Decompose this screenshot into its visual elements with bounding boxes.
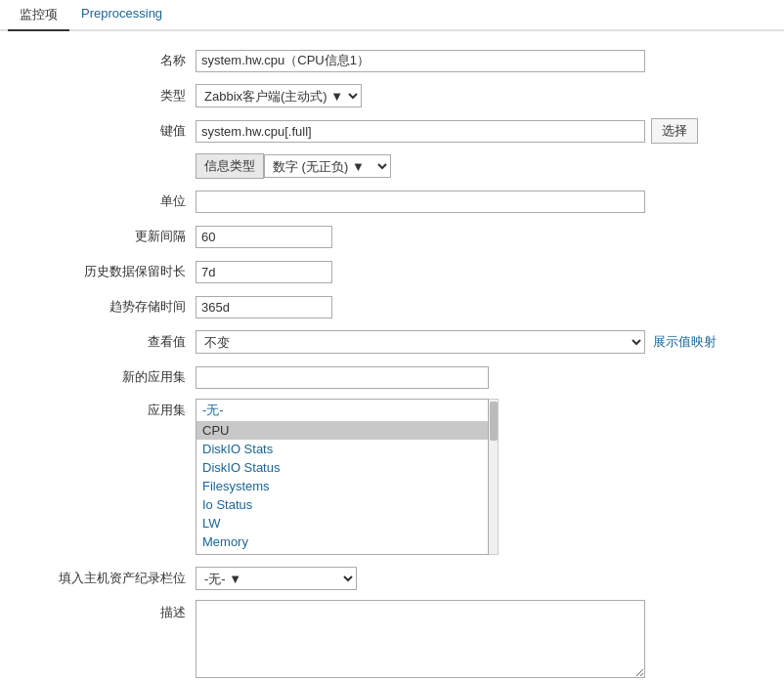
description-textarea[interactable] (196, 600, 645, 678)
name-wrap (196, 50, 764, 72)
label-asset: 填入主机资产纪录栏位 (20, 570, 196, 587)
key-wrap: 选择 (196, 118, 764, 144)
trend-input[interactable] (196, 296, 332, 319)
label-description: 描述 (20, 600, 196, 621)
row-appset: 应用集 -无- CPU DiskIO Stats DiskIO Status F… (20, 399, 764, 555)
label-unit: 单位 (20, 192, 196, 210)
unit-wrap (196, 191, 764, 213)
tab-monitor[interactable]: 监控项 (8, 0, 69, 31)
new-appset-input[interactable] (196, 366, 489, 389)
history-wrap (196, 261, 764, 283)
trend-wrap (196, 296, 764, 319)
row-unit: 单位 (20, 188, 764, 215)
type-select[interactable]: Zabbix客户端(主动式) ▼ (196, 84, 362, 107)
name-input[interactable] (196, 50, 645, 72)
info-type-select[interactable]: 数字 (无正负) ▼ (264, 154, 391, 178)
key-input[interactable] (196, 120, 645, 143)
label-query: 查看值 (20, 333, 196, 351)
row-info-type: 信息类型 数字 (无正负) ▼ (20, 152, 764, 180)
scroll-thumb (490, 402, 498, 441)
label-key: 键值 (20, 122, 196, 140)
row-new-appset: 新的应用集 (20, 363, 764, 391)
key-select-button[interactable]: 选择 (651, 118, 698, 144)
label-history: 历史数据保留时长 (20, 263, 196, 280)
list-item[interactable]: DiskIO Status (196, 458, 488, 477)
appset-scrollbar[interactable] (489, 399, 499, 555)
label-new-appset: 新的应用集 (20, 368, 196, 386)
appset-listbox[interactable]: -无- CPU DiskIO Stats DiskIO Status Files… (196, 399, 489, 555)
tab-preprocessing[interactable]: Preprocessing (69, 0, 174, 29)
row-description: 描述 (20, 600, 764, 678)
list-item[interactable]: DiskIO Stats (196, 440, 488, 458)
label-name: 名称 (20, 52, 196, 69)
query-select[interactable]: 不变 (196, 330, 645, 354)
list-item[interactable]: LW (196, 514, 488, 532)
query-wrap: 不变 展示值映射 (196, 330, 764, 354)
asset-select[interactable]: -无- ▼ (196, 567, 357, 590)
asset-wrap: -无- ▼ (196, 567, 764, 590)
label-trend: 趋势存储时间 (20, 298, 196, 316)
update-interval-input[interactable] (196, 226, 332, 248)
label-appset: 应用集 (20, 399, 196, 419)
update-interval-wrap (196, 226, 764, 248)
appset-wrap: -无- CPU DiskIO Stats DiskIO Status Files… (196, 399, 764, 555)
form-body: 名称 类型 Zabbix客户端(主动式) ▼ 键值 选择 信息类型 数字 (无正… (0, 47, 784, 678)
type-wrap: Zabbix客户端(主动式) ▼ (196, 84, 764, 107)
description-wrap (196, 600, 764, 678)
list-item[interactable]: Memory (196, 532, 488, 551)
row-history: 历史数据保留时长 (20, 258, 764, 285)
new-appset-wrap (196, 366, 764, 389)
list-item[interactable]: Network interfaces (196, 551, 488, 555)
row-trend: 趋势存储时间 (20, 293, 764, 320)
row-update-interval: 更新间隔 (20, 223, 764, 250)
list-item[interactable]: Io Status (196, 495, 488, 514)
label-type: 类型 (20, 87, 196, 105)
list-item[interactable]: CPU (196, 421, 488, 440)
row-query: 查看值 不变 展示值映射 (20, 328, 764, 356)
info-type-wrap: 信息类型 数字 (无正负) ▼ (196, 153, 764, 179)
list-item[interactable]: Filesystems (196, 477, 488, 495)
row-asset: 填入主机资产纪录栏位 -无- ▼ (20, 565, 764, 592)
history-input[interactable] (196, 261, 332, 283)
info-type-box-label: 信息类型 (196, 153, 264, 179)
unit-input[interactable] (196, 191, 645, 213)
tab-bar: 监控项 Preprocessing (0, 0, 784, 31)
list-item[interactable]: -无- (196, 400, 488, 421)
show-mapping-link[interactable]: 展示值映射 (653, 333, 717, 351)
row-type: 类型 Zabbix客户端(主动式) ▼ (20, 82, 764, 109)
row-name: 名称 (20, 47, 764, 74)
row-key: 键值 选择 (20, 117, 764, 145)
label-update-interval: 更新间隔 (20, 228, 196, 245)
